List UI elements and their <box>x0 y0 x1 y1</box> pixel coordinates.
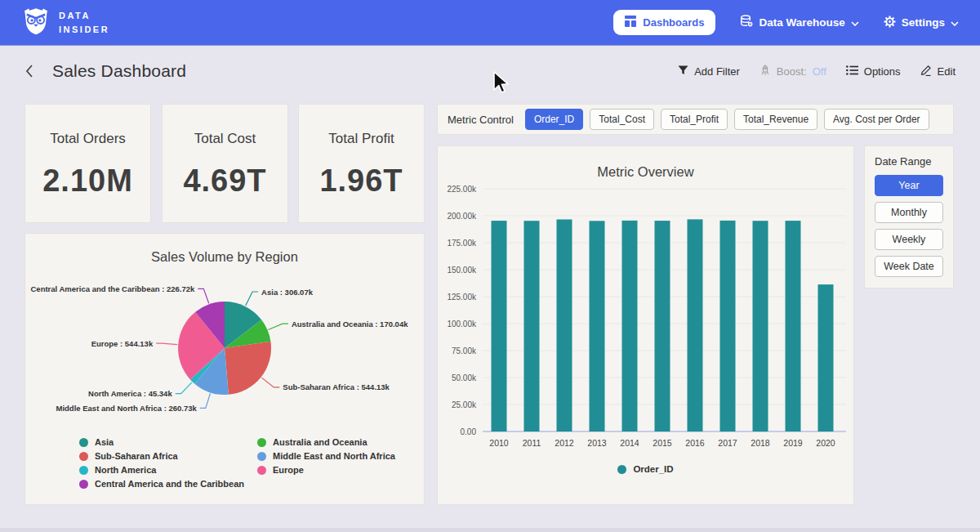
boost-label: Boost: <box>777 65 807 78</box>
legend-item-australia-and-oceania[interactable]: Australia and Oceania <box>257 437 421 447</box>
bar-2017[interactable] <box>720 221 736 431</box>
add-filter-label: Add Filter <box>694 65 740 78</box>
rocket-icon <box>760 65 771 78</box>
edit-label: Edit <box>938 65 956 78</box>
back-button[interactable] <box>24 64 34 78</box>
top-navbar: DATA INSIDER Dashboards <box>0 0 980 45</box>
pie-leader-line <box>246 292 258 306</box>
metric-control-bar: Metric Control Order_IDTotal_CostTotal_P… <box>437 104 954 135</box>
chevron-down-icon <box>951 16 959 29</box>
page-header: Sales Dashboard Add Filter Boost: Off <box>0 45 980 97</box>
date-range-option-week-date[interactable]: Week Date <box>875 256 943 277</box>
y-tick-label: 225.00k <box>447 185 477 194</box>
pie-label-north-america: North America : 45.34k <box>88 389 172 398</box>
metric-option-total-profit[interactable]: Total_Profit <box>661 109 728 130</box>
legend-label: Sub-Saharan Africa <box>95 451 178 461</box>
metric-option-order-id[interactable]: Order_ID <box>525 109 583 130</box>
pie-label-sub-saharan-africa: Sub-Saharan Africa : 544.13k <box>283 382 390 391</box>
pie-leader-line <box>198 288 208 303</box>
settings-menu[interactable]: Settings <box>884 16 959 30</box>
legend-item-central-america-and-the-caribbean[interactable]: Central America and the Caribbean <box>79 479 257 489</box>
bar-2016[interactable] <box>688 219 703 431</box>
pencil-icon <box>920 65 932 78</box>
kpi-label: Total Cost <box>194 131 256 147</box>
boost-toggle[interactable]: Boost: Off <box>760 65 826 78</box>
legend-item-north-america[interactable]: North America <box>79 465 257 475</box>
date-range-option-monthly[interactable]: Monthly <box>875 202 943 223</box>
legend-dot <box>79 480 88 489</box>
page-title: Sales Dashboard <box>52 61 186 81</box>
bar-2018[interactable] <box>753 221 768 431</box>
legend-dot <box>617 465 626 474</box>
bar-2014[interactable] <box>622 221 638 431</box>
date-range-option-year[interactable]: Year <box>875 175 943 196</box>
bar-2010[interactable] <box>492 221 507 431</box>
options-button[interactable]: Options <box>846 65 901 78</box>
navbar-menu: Dashboards Data Warehouse <box>613 10 959 35</box>
add-filter-button[interactable]: Add Filter <box>678 65 740 78</box>
legend-item-sub-saharan-africa[interactable]: Sub-Saharan Africa <box>79 451 257 461</box>
dashboards-button[interactable]: Dashboards <box>613 10 715 35</box>
kpi-card-total-cost: Total Cost 4.69T <box>162 104 288 223</box>
kpi-label: Total Profit <box>328 131 394 147</box>
bottom-edge <box>0 528 980 532</box>
x-tick-label: 2014 <box>620 438 639 448</box>
date-range-label: Date Range <box>875 155 943 168</box>
legend-item-europe[interactable]: Europe <box>257 465 421 475</box>
legend-label: Asia <box>95 437 114 447</box>
boost-state: Off <box>813 65 826 78</box>
x-tick-label: 2012 <box>555 438 574 448</box>
pie-label-asia: Asia : 306.07k <box>261 288 314 297</box>
edit-button[interactable]: Edit <box>920 65 956 78</box>
legend-dot <box>257 438 266 447</box>
x-tick-label: 2015 <box>653 438 672 448</box>
legend-label: North America <box>95 465 156 475</box>
bar-chart-legend[interactable]: Order_ID <box>438 464 853 474</box>
kpi-value: 2.10M <box>42 163 133 199</box>
y-tick-label: 25.00k <box>452 400 477 409</box>
brand-text: DATA INSIDER <box>59 9 109 36</box>
pie-chart: Asia : 306.07kAustralia and Oceania : 17… <box>25 265 424 431</box>
bar-2015[interactable] <box>655 221 670 431</box>
pie-leader-line <box>268 324 288 329</box>
y-tick-label: 0.00 <box>461 427 477 436</box>
pie-chart-legend: AsiaAustralia and OceaniaSub-Saharan Afr… <box>25 437 424 489</box>
bar-2013[interactable] <box>590 221 605 431</box>
pie-chart-title: Sales Volume by Region <box>25 234 424 265</box>
legend-label: Middle East and North Africa <box>273 451 395 461</box>
data-warehouse-label: Data Warehouse <box>759 16 844 29</box>
metric-option-total-revenue[interactable]: Total_Revenue <box>734 109 817 130</box>
dashboard-grid-icon <box>625 16 636 29</box>
legend-item-middle-east-and-north-africa[interactable]: Middle East and North Africa <box>257 451 421 461</box>
legend-dot <box>79 466 88 475</box>
options-label: Options <box>864 65 901 78</box>
metric-option-avg-cost-per-order[interactable]: Avg. Cost per Order <box>824 109 929 130</box>
pie-leader-line <box>261 378 279 387</box>
database-icon <box>740 15 753 30</box>
legend-dot <box>79 438 88 447</box>
kpi-value: 4.69T <box>183 163 266 199</box>
kpi-card-total-profit: Total Profit 1.96T <box>298 104 425 223</box>
brand-line2: INSIDER <box>59 23 109 37</box>
x-tick-label: 2011 <box>523 438 541 448</box>
metric-option-total-cost[interactable]: Total_Cost <box>590 109 654 130</box>
bar-2011[interactable] <box>524 221 540 431</box>
date-range-panel: Date Range YearMonthlyWeeklyWeek Date <box>864 145 954 288</box>
legend-dot <box>257 452 266 461</box>
date-range-option-weekly[interactable]: Weekly <box>875 229 943 250</box>
pie-slice-sub-saharan-africa[interactable] <box>225 342 271 395</box>
metric-control-label: Metric Control <box>448 114 514 126</box>
bar-2019[interactable] <box>786 221 801 431</box>
y-tick-label: 125.00k <box>447 293 477 302</box>
pie-leader-line <box>176 382 192 394</box>
gear-icon <box>884 16 896 30</box>
legend-item-asia[interactable]: Asia <box>79 437 257 447</box>
bar-2012[interactable] <box>557 220 572 432</box>
data-warehouse-menu[interactable]: Data Warehouse <box>740 15 858 30</box>
pie-label-australia-and-oceania: Australia and Oceania : 170.04k <box>292 320 408 329</box>
brand: DATA INSIDER <box>21 7 109 39</box>
date-range-buttons: YearMonthlyWeeklyWeek Date <box>875 175 943 277</box>
x-tick-label: 2016 <box>685 438 705 448</box>
bar-2020[interactable] <box>818 284 834 431</box>
metric-overview-card: Metric Overview 0.0025.00k50.00k75.00k10… <box>437 145 854 505</box>
